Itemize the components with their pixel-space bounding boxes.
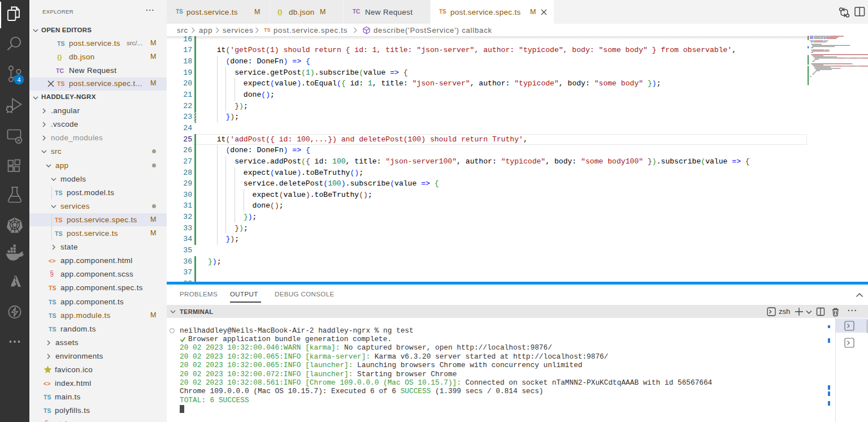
svg-text:4: 4: [17, 76, 20, 83]
